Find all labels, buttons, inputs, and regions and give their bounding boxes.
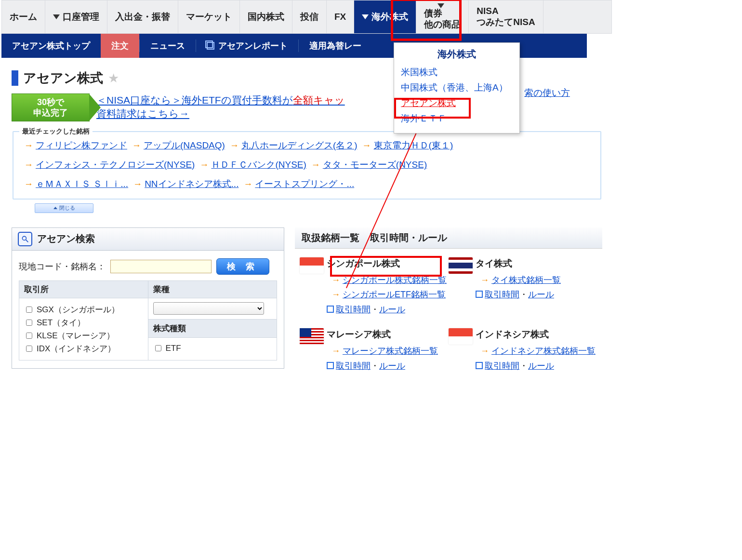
recent-link[interactable]: イーストスプリング・...	[255, 179, 354, 189]
dropdown-item-3[interactable]: 海外ＥＴＦ	[394, 111, 519, 126]
etf-checkbox[interactable]	[155, 345, 161, 351]
exchange-row[interactable]: SET（タイ）	[24, 317, 143, 328]
recent-link[interactable]: 丸八ホールディングス(名２)	[241, 140, 358, 150]
subnav-item-0[interactable]: アセアン株式トップ	[1, 34, 101, 58]
search-input[interactable]	[110, 260, 212, 273]
topnav-item-3[interactable]: マーケット	[178, 0, 240, 33]
svg-line-1	[26, 240, 28, 242]
market-link[interactable]: シンガポールETF銘柄一覧	[343, 290, 446, 299]
exchange-checkbox[interactable]	[26, 320, 32, 326]
promo-line1-link[interactable]: ＜NISA口座なら＞海外ETFの買付手数料が全額キャッ	[96, 94, 345, 106]
search-panel: アセアン検索 現地コード・銘柄名： 検 索 取引所 業種	[12, 227, 284, 369]
recent-row: →インフォシス・テクノロジーズ(NYSE)→ＨＤＦＣバンク(NYSE)→タタ・モ…	[19, 155, 595, 174]
etf-checkbox-row[interactable]: ETF	[153, 344, 272, 353]
exchange-row[interactable]: IDX（インドネシア）	[24, 343, 143, 354]
arrow-icon: →	[480, 275, 489, 285]
market-link[interactable]: シンガポール株式銘柄一覧	[343, 275, 447, 285]
topnav-item-2[interactable]: 入出金・振替	[107, 0, 178, 33]
market-sg: シンガポール株式→シンガポール株式銘柄一覧→シンガポールETF銘柄一覧取引時間・…	[300, 254, 449, 326]
rules-link[interactable]: ルール	[528, 361, 554, 371]
recent-link[interactable]: ＨＤＦＣバンク(NYSE)	[211, 160, 306, 170]
arrow-icon: →	[331, 275, 340, 285]
arrow-icon: →	[199, 160, 209, 170]
square-icon	[476, 291, 483, 298]
recent-row: →ｅＭＡＸＩＳ Ｓｌｉ...→NNインドネシア株式...→イーストスプリング・.…	[19, 174, 595, 194]
market-title: タイ株式	[476, 257, 561, 270]
search-button[interactable]: 検 索	[216, 258, 269, 275]
trading-hours-link[interactable]: 取引時間	[336, 305, 371, 314]
arrow-icon: →	[24, 160, 33, 170]
market-my: マレーシア株式→マレーシア株式銘柄一覧取引時間・ルール	[300, 325, 449, 382]
trading-hours-link[interactable]: 取引時間	[485, 290, 519, 299]
market-idf: インドネシア株式→インドネシア株式銘柄一覧取引時間・ルール	[449, 325, 597, 382]
subnav-item-3[interactable]: アセアンレポート	[196, 34, 298, 58]
topnav-item-1[interactable]: 口座管理	[45, 0, 107, 33]
favorite-star-icon[interactable]: ★	[108, 71, 119, 86]
topnav-item-9[interactable]: NISA つみたてNISA	[469, 0, 543, 33]
exchange-checkbox[interactable]	[26, 333, 32, 339]
topnav-item-4[interactable]: 国内株式	[240, 0, 292, 33]
recent-checked-box: 最近チェックした銘柄 →フィリピン株ファンド→アップル(NASDAQ)→丸八ホー…	[13, 127, 601, 200]
recent-link[interactable]: フィリピン株ファンド	[36, 140, 127, 150]
recent-link[interactable]: 東京電力ＨＤ(東１)	[374, 140, 453, 150]
recent-link[interactable]: インフォシス・テクノロジーズ(NYSE)	[36, 160, 195, 170]
square-icon	[327, 362, 334, 369]
recent-row: →フィリピン株ファンド→アップル(NASDAQ)→丸八ホールディングス(名２)→…	[19, 136, 595, 155]
recent-link[interactable]: タタ・モーターズ(NYSE)	[323, 160, 427, 170]
arrow-icon: →	[24, 179, 33, 189]
promo-badge[interactable]: 30秒で 申込完了	[12, 93, 90, 121]
promo-line2-link[interactable]: 資料請求はこちら→	[96, 108, 189, 119]
tab-listings[interactable]: 取扱銘柄一覧	[302, 231, 359, 244]
recent-link[interactable]: NNインドネシア株式...	[145, 179, 238, 189]
market-link[interactable]: インドネシア株式銘柄一覧	[491, 346, 596, 356]
trading-hours-link[interactable]: 取引時間	[485, 361, 519, 371]
flag-icon-idf	[449, 328, 473, 345]
recent-close-button[interactable]: 閉じる	[35, 203, 93, 213]
industry-select[interactable]	[153, 302, 264, 315]
topnav-item-8[interactable]: 債券 他の商品	[416, 0, 469, 33]
subnav-item-4[interactable]: 適用為替レー	[299, 34, 372, 58]
subnav-item-2[interactable]: ニュース	[140, 34, 196, 58]
rules-link[interactable]: ルール	[379, 361, 405, 371]
recent-legend: 最近チェックした銘柄	[19, 127, 93, 136]
tab-rules[interactable]: 取引時間・ルール	[370, 231, 447, 244]
arrow-icon: →	[480, 346, 489, 356]
rules-link[interactable]: ルール	[379, 305, 405, 314]
recent-link[interactable]: ｅＭＡＸＩＳ Ｓｌｉ...	[36, 179, 128, 189]
rules-link[interactable]: ルール	[528, 290, 554, 299]
exchange-row[interactable]: SGX（シンガポール）	[24, 304, 143, 315]
right-tabs: 取扱銘柄一覧 取引時間・ルール	[295, 227, 602, 249]
search-help-link[interactable]: 索の使い方	[524, 87, 570, 99]
topnav-item-0[interactable]: ホーム	[2, 0, 45, 33]
heading-accent	[12, 70, 18, 86]
exchange-checkbox[interactable]	[26, 346, 32, 352]
topnav-item-5[interactable]: 投信	[292, 0, 327, 33]
svg-point-0	[22, 236, 26, 240]
arrow-icon: →	[331, 290, 340, 299]
recent-link[interactable]: アップル(NASDAQ)	[144, 140, 225, 150]
subnav-item-1[interactable]: 注文	[101, 34, 139, 58]
dropdown-item-1[interactable]: 中国株式（香港、上海A）	[394, 80, 519, 95]
exchange-checkbox[interactable]	[26, 307, 32, 313]
topnav-item-6[interactable]: FX	[327, 0, 354, 33]
exchange-header: 取引所	[19, 280, 148, 298]
market-th: タイ株式→タイ株式銘柄一覧取引時間・ルール	[449, 254, 597, 326]
square-icon	[327, 306, 334, 313]
market-link[interactable]: タイ株式銘柄一覧	[491, 275, 561, 285]
arrow-icon: →	[243, 179, 252, 189]
market-link[interactable]: マレーシア株式銘柄一覧	[343, 346, 438, 356]
market-title: シンガポール株式	[327, 257, 447, 270]
arrow-icon: →	[133, 179, 142, 189]
market-title: マレーシア株式	[327, 328, 438, 341]
trading-hours-link[interactable]: 取引時間	[336, 361, 371, 371]
chevron-down-icon	[53, 14, 60, 19]
topnav-item-7[interactable]: 海外株式	[354, 0, 416, 33]
exchange-row[interactable]: KLSE（マレーシア）	[24, 330, 143, 341]
top-nav: ホーム口座管理入出金・振替マーケット国内株式投信FX海外株式債券 他の商品NIS…	[1, 0, 612, 34]
chevron-up-icon	[53, 207, 57, 209]
arrow-icon: →	[311, 160, 320, 170]
arrow-icon: →	[132, 140, 141, 150]
dropdown-item-2[interactable]: アセアン株式	[394, 95, 519, 111]
dropdown-header: 海外株式	[394, 48, 519, 61]
dropdown-item-0[interactable]: 米国株式	[394, 65, 519, 80]
